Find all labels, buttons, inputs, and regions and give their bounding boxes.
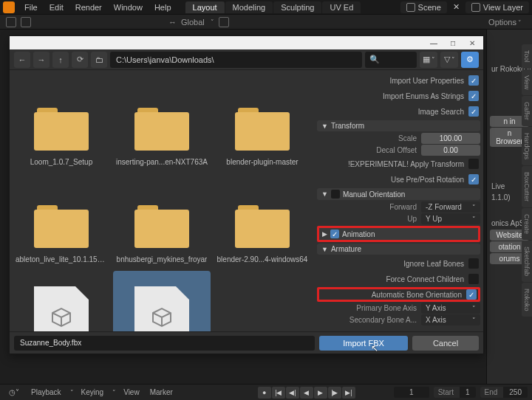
timeline-bar: ◷˅ Playback˅ Keying˅ View Marker ● |◀ ◀|… [0,384,532,400]
playback-menu[interactable]: Playback [28,387,64,398]
forward-label: Forward [389,203,417,211]
vtab-gaffer[interactable]: Gaffer [522,96,532,126]
menu-help[interactable]: Help [149,1,177,13]
folder-item[interactable]: blender-2.90...4-windows64 [214,173,311,268]
filter-icon[interactable]: ▽˅ [440,52,458,68]
viewlayer-name: View Layer [483,3,523,12]
checkbox-animation[interactable]: ✓ [330,230,339,238]
file-item-fbx-selected[interactable]: Suzanne_Body.fbx [113,271,211,331]
tab-sculpting[interactable]: Sculpting [273,1,321,13]
dialog-footer: Suzanne_Body.fbx Import FBX↖ Cancel [10,331,483,354]
scale-field[interactable]: 100.00 [421,133,480,144]
vtab-hardops[interactable]: HardOps [522,127,532,165]
orientation-value[interactable]: Global [181,18,205,27]
checkbox-auto-bone[interactable]: ✓ [466,289,477,300]
checkbox-image-search[interactable]: ✓ [468,106,479,117]
jump-end-icon[interactable]: ▶| [342,387,355,399]
vtab-sketchfab[interactable]: Sketchfab [522,241,532,282]
settings-gear-icon[interactable]: ⚙ [461,52,479,68]
secondary-toolbar: ↔ Global ˅ Options˅ [0,15,532,30]
select-tool-icon[interactable] [21,17,31,27]
timeline-view-menu[interactable]: View [120,387,143,398]
decal-field[interactable]: 0.00 [421,145,480,156]
maximize-icon[interactable]: □ [445,38,461,48]
nav-back-icon[interactable]: ← [14,52,30,68]
secondary-axis-label: Secondary Bone A... [349,316,417,324]
checkbox-prepost[interactable]: ✓ [468,174,479,185]
cursor-tool-icon[interactable] [6,17,16,27]
animation-panel-header[interactable]: ▶✓Animation [317,226,480,242]
play-reverse-icon[interactable]: ◀ [300,387,313,399]
checkbox-ignore-leaf[interactable]: ✓ [468,258,479,269]
forward-dropdown[interactable]: -Z Forward˅ [421,201,480,213]
scene-close-icon[interactable]: ✕ [450,2,463,12]
manual-orientation-header[interactable]: ▼Manual Orientation [317,188,480,200]
vtab-rokoko[interactable]: Rokoko [522,283,532,317]
menu-render[interactable]: Render [70,1,107,13]
nav-up-icon[interactable]: ↑ [52,52,69,68]
menu-file[interactable]: File [19,1,43,13]
menu-edit[interactable]: Edit [44,1,69,13]
vtab-boxcutter[interactable]: BoxCutter [522,166,532,207]
checkbox-enums[interactable]: ✓ [468,91,479,101]
frame-end-field[interactable]: End250 [480,387,528,398]
nav-refresh-icon[interactable]: ⟳ [72,52,88,68]
scene-selector[interactable]: Scene [400,1,447,13]
jump-start-icon[interactable]: |◀ [272,387,285,399]
folder-item[interactable]: blender-plugin-master [214,76,311,170]
frame-start-field[interactable]: Start1 [434,387,476,398]
npanel-tabs: Tool View Gaffer HardOps BoxCutter Creat… [522,44,532,317]
checkbox-apply-transform[interactable]: ✓ [468,159,479,169]
minimize-icon[interactable]: — [426,38,442,48]
import-fbx-button[interactable]: Import FBX↖ [319,336,408,351]
up-dropdown[interactable]: Y Up˅ [421,213,480,224]
checkbox-force-connect[interactable]: ✓ [468,274,479,284]
search-icon: 🔍 [369,55,380,64]
marker-menu[interactable]: Marker [147,387,176,398]
checkbox-manual-orientation[interactable] [331,190,340,199]
path-input[interactable]: C:\Users\janva\Downloads\ [110,52,362,68]
folder-item[interactable]: Loom_1.0.7_Setup [13,76,110,170]
folder-item[interactable]: ableton_live_lite_10.1.15_64 [13,173,110,268]
secondary-axis-dropdown[interactable]: X Axis˅ [421,314,480,325]
folder-item[interactable]: inserting-pan...en-NXT763A [113,76,211,170]
folder-item[interactable]: bnhusbergi_mykines_froyar [113,173,211,268]
keying-menu[interactable]: Keying [78,387,107,398]
tab-uv[interactable]: UV Ed [322,1,361,13]
folder-icon [34,205,89,248]
vtab-tool[interactable]: Tool [522,44,532,69]
menu-window[interactable]: Window [109,1,148,13]
viewlayer-selector[interactable]: View Layer [466,1,529,13]
transform-panel-header[interactable]: ▼Transform [317,120,480,131]
play-icon[interactable]: ▶ [314,387,327,399]
close-icon[interactable]: ✕ [464,38,480,48]
layer-icon [471,3,480,12]
cancel-button[interactable]: Cancel [412,336,479,351]
nav-forward-icon[interactable]: → [33,52,50,68]
orientation-label: ↔ [168,18,177,27]
options-dropdown[interactable]: Options˅ [484,16,526,28]
current-frame-field[interactable]: 1 [394,387,429,398]
workspace-tabs: Layout Modeling Sculpting UV Ed [185,1,361,13]
vtab-view[interactable]: View [522,69,532,95]
keyframe-next-icon[interactable]: |▶ [328,387,341,399]
opt-apply-transform: !EXPERIMENTAL! Apply Transform [348,160,464,168]
keyframe-prev-icon[interactable]: ◀| [286,387,299,399]
tab-modeling[interactable]: Modeling [225,1,273,13]
filename-input[interactable]: Suzanne_Body.fbx [14,336,315,351]
vtab-create[interactable]: Create [522,208,532,240]
search-input[interactable]: 🔍 [365,52,417,68]
primary-axis-dropdown[interactable]: Y Axis˅ [421,303,480,314]
opt-force-connect: Force Connect Children [386,275,464,283]
armature-panel-header[interactable]: ▼Armature [317,244,480,255]
file-item-fbx[interactable]: Flip Kick.fbx [13,271,110,331]
snap-icon[interactable] [219,17,229,27]
display-mode-icon[interactable]: ▦˅ [420,52,437,68]
window-titlebar: — □ ✕ [10,36,483,49]
folder-icon [34,108,89,151]
autokeying-icon[interactable]: ● [258,387,271,399]
checkbox-user-props[interactable]: ✓ [468,75,479,86]
timeline-editor-icon[interactable]: ◷˅ [4,387,24,398]
new-folder-icon[interactable]: 🗀 [91,52,107,68]
tab-layout[interactable]: Layout [185,1,225,13]
